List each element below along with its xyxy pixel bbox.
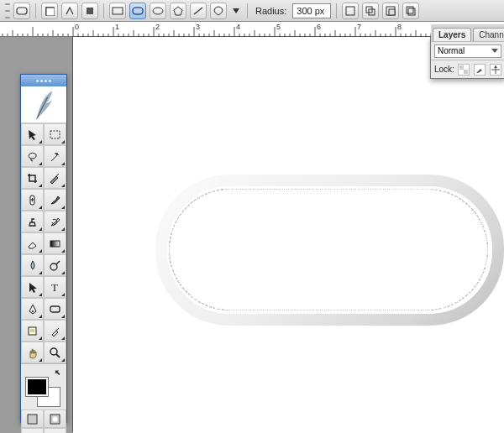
gradient-tool[interactable] [44, 232, 66, 254]
polygon-icon [172, 6, 184, 16]
healing-brush-tool[interactable] [21, 189, 44, 211]
separator [35, 3, 36, 18]
svg-rect-3 [87, 8, 93, 14]
eyedropper-tool-icon [49, 325, 61, 337]
crop-tool-icon [26, 172, 39, 185]
move-tool[interactable] [21, 123, 44, 145]
horizontal-ruler[interactable]: 01234567891011 [0, 22, 504, 37]
svg-rect-0 [17, 8, 27, 14]
mode-buttons [21, 410, 66, 433]
marquee-tool[interactable] [44, 123, 66, 145]
blur-tool[interactable] [21, 254, 44, 276]
magic-wand-tool[interactable] [44, 145, 66, 167]
type-tool[interactable]: T [44, 276, 66, 298]
tab-channels[interactable]: Chann [473, 28, 504, 41]
shape-tool-icon [49, 303, 61, 316]
combine-intersect-button[interactable] [402, 3, 419, 19]
selection-marquee [169, 189, 488, 310]
standard-mode-button[interactable] [21, 410, 44, 428]
blend-mode-select[interactable]: Normal [434, 44, 501, 58]
quick-mask-mode-button[interactable] [44, 410, 66, 428]
move-lock-icon [491, 65, 500, 74]
tool-grid: T [21, 123, 66, 363]
clone-stamp-tool[interactable] [21, 211, 44, 232]
crop-tool[interactable] [21, 167, 44, 189]
lasso-tool[interactable] [21, 145, 44, 167]
svg-rect-150 [50, 131, 60, 138]
slice-tool[interactable] [44, 167, 66, 189]
shape-layer-icon [45, 6, 55, 16]
flyout-indicator-icon [39, 315, 42, 318]
lock-row: Lock: [431, 60, 504, 78]
lasso-tool-icon [26, 150, 39, 163]
paths-mode-button[interactable] [61, 3, 78, 19]
swap-colors-icon[interactable] [53, 369, 61, 378]
polygon-shape-button[interactable] [170, 3, 186, 19]
grip-icon[interactable] [5, 3, 10, 18]
hand-tool[interactable] [21, 342, 44, 363]
svg-marker-9 [233, 8, 239, 13]
fill-pixels-icon [85, 6, 95, 16]
eyedropper-tool[interactable] [44, 320, 66, 342]
flyout-indicator-icon [39, 271, 42, 274]
flyout-indicator-icon [39, 206, 42, 209]
toolbox-panel[interactable]: T [20, 74, 67, 423]
path-selection-tool[interactable] [21, 276, 44, 298]
svg-point-156 [32, 310, 34, 312]
history-brush-tool-icon [49, 216, 61, 228]
fill-pixels-mode-button[interactable] [81, 3, 98, 19]
toolbox-titlebar[interactable] [21, 75, 66, 86]
line-shape-button[interactable] [190, 3, 207, 19]
rounded-rectangle-icon [132, 6, 144, 16]
dodge-tool[interactable] [44, 254, 66, 276]
tab-layers[interactable]: Layers [433, 28, 471, 41]
feather-icon [32, 89, 55, 121]
tab-label: Layers [438, 30, 465, 39]
combine-add-icon [365, 6, 375, 16]
svg-rect-4 [113, 8, 123, 14]
history-brush-tool[interactable] [44, 211, 66, 232]
svg-rect-10 [346, 7, 354, 15]
layers-panel[interactable]: Layers Chann Normal Lock: [430, 37, 504, 79]
svg-text:5: 5 [276, 23, 281, 31]
custom-shape-button[interactable] [210, 3, 227, 19]
screen-standard-button[interactable] [21, 428, 44, 433]
rectangle-shape-button[interactable] [109, 3, 126, 19]
shape-tool[interactable] [44, 298, 66, 320]
lock-position-button[interactable] [490, 64, 501, 76]
flyout-indicator-icon [61, 184, 65, 187]
zoom-tool[interactable] [44, 342, 66, 363]
lock-image-button[interactable] [474, 64, 486, 76]
rounded-rectangle-shape-button[interactable] [129, 3, 146, 19]
shape-dropdown-toggle[interactable] [230, 3, 242, 19]
pen-tool[interactable] [21, 298, 44, 320]
brush-tool[interactable] [44, 189, 66, 211]
app-logo[interactable] [21, 86, 66, 123]
combine-new-button[interactable] [342, 3, 359, 19]
svg-point-151 [56, 154, 58, 155]
radius-input[interactable]: 300 px [292, 3, 331, 18]
lock-label: Lock: [434, 65, 454, 74]
combine-add-button[interactable] [362, 3, 379, 19]
flyout-indicator-icon [61, 227, 65, 231]
dodge-tool-icon [49, 259, 61, 272]
ellipse-shape-button[interactable] [150, 3, 166, 19]
flyout-indicator-icon [39, 184, 42, 187]
flyout-indicator-icon [39, 336, 42, 340]
screen-full-menus-button[interactable] [44, 428, 66, 433]
radius-value: 300 px [297, 6, 324, 16]
chevron-down-icon [233, 8, 239, 14]
lock-transparency-button[interactable] [458, 64, 470, 76]
svg-rect-2 [46, 8, 55, 16]
current-tool-display[interactable] [13, 3, 30, 19]
hand-tool-icon [26, 347, 39, 359]
foreground-color-swatch[interactable] [26, 378, 48, 396]
eraser-tool[interactable] [21, 232, 44, 254]
document-canvas[interactable] [73, 37, 504, 433]
path-selection-tool-icon [26, 281, 39, 294]
gradient-tool-icon [49, 237, 61, 250]
shape-layer-mode-button[interactable] [41, 3, 58, 19]
combine-subtract-button[interactable] [382, 3, 399, 19]
svg-point-154 [50, 263, 57, 270]
notes-tool[interactable] [21, 320, 44, 342]
